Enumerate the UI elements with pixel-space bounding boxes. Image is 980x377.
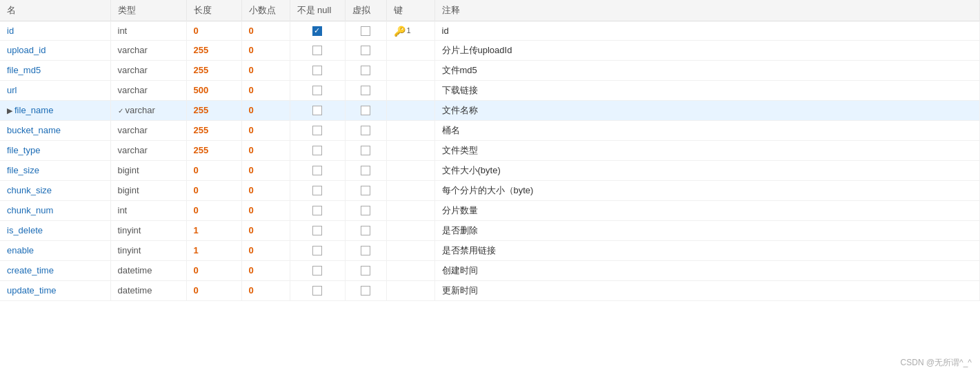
field-notnull-cell[interactable] bbox=[290, 80, 345, 100]
field-virtual-cell[interactable] bbox=[345, 240, 386, 260]
notnull-checkbox[interactable] bbox=[312, 226, 322, 235]
field-length-cell[interactable]: 1 bbox=[186, 240, 241, 260]
notnull-checkbox[interactable] bbox=[312, 166, 322, 175]
field-virtual-cell[interactable] bbox=[345, 100, 386, 120]
virtual-checkbox[interactable] bbox=[361, 26, 370, 36]
field-name-cell[interactable]: file_size bbox=[0, 160, 110, 180]
field-virtual-cell[interactable] bbox=[345, 140, 386, 160]
field-comment-cell[interactable]: 是否删除 bbox=[434, 220, 980, 240]
field-comment-cell[interactable]: 更新时间 bbox=[434, 280, 980, 300]
notnull-checkbox[interactable] bbox=[312, 26, 322, 36]
field-virtual-cell[interactable] bbox=[345, 180, 386, 200]
field-virtual-cell[interactable] bbox=[345, 60, 386, 80]
field-comment-cell[interactable]: 桶名 bbox=[434, 120, 980, 140]
field-virtual-cell[interactable] bbox=[345, 260, 386, 280]
field-comment-cell[interactable]: 分片上传uploadId bbox=[434, 40, 980, 60]
field-name-cell[interactable]: update_time bbox=[0, 280, 110, 300]
virtual-checkbox[interactable] bbox=[361, 206, 370, 215]
field-comment-cell[interactable]: 文件类型 bbox=[434, 140, 980, 160]
field-type-cell[interactable]: varchar bbox=[110, 40, 186, 60]
table-row[interactable]: chunk_sizebigint00每个分片的大小（byte) bbox=[0, 180, 980, 200]
notnull-checkbox[interactable] bbox=[312, 266, 322, 276]
field-length-cell[interactable]: 0 bbox=[186, 260, 241, 280]
virtual-checkbox[interactable] bbox=[361, 106, 370, 115]
notnull-checkbox[interactable] bbox=[312, 86, 322, 95]
field-name-cell[interactable]: ▶file_name bbox=[0, 100, 110, 120]
field-decimal-cell[interactable]: 0 bbox=[241, 240, 290, 260]
field-name-cell[interactable]: url bbox=[0, 80, 110, 100]
virtual-checkbox[interactable] bbox=[361, 226, 370, 235]
field-decimal-cell[interactable]: 0 bbox=[241, 120, 290, 140]
field-decimal-cell[interactable]: 0 bbox=[241, 40, 290, 60]
field-length-cell[interactable]: 0 bbox=[186, 200, 241, 220]
table-row[interactable]: urlvarchar5000下载链接 bbox=[0, 80, 980, 100]
field-comment-cell[interactable]: 文件大小(byte) bbox=[434, 160, 980, 180]
table-row[interactable]: create_timedatetime00创建时间 bbox=[0, 260, 980, 280]
field-length-cell[interactable]: 255 bbox=[186, 100, 241, 120]
field-name-cell[interactable]: id bbox=[0, 21, 110, 41]
field-type-cell[interactable]: datetime bbox=[110, 280, 186, 300]
field-length-cell[interactable]: 255 bbox=[186, 40, 241, 60]
table-row[interactable]: is_deletetinyint10是否删除 bbox=[0, 220, 980, 240]
field-type-cell[interactable]: bigint bbox=[110, 180, 186, 200]
notnull-checkbox[interactable] bbox=[312, 286, 322, 296]
table-row[interactable]: bucket_namevarchar2550桶名 bbox=[0, 120, 980, 140]
virtual-checkbox[interactable] bbox=[361, 286, 370, 296]
field-comment-cell[interactable]: 下载链接 bbox=[434, 80, 980, 100]
field-notnull-cell[interactable] bbox=[290, 21, 345, 41]
field-notnull-cell[interactable] bbox=[290, 200, 345, 220]
field-notnull-cell[interactable] bbox=[290, 60, 345, 80]
notnull-checkbox[interactable] bbox=[312, 126, 322, 135]
field-decimal-cell[interactable]: 0 bbox=[241, 180, 290, 200]
field-name-cell[interactable]: file_type bbox=[0, 140, 110, 160]
table-row[interactable]: enabletinyint10是否禁用链接 bbox=[0, 240, 980, 260]
table-row[interactable]: upload_idvarchar2550分片上传uploadId bbox=[0, 40, 980, 60]
field-type-cell[interactable]: int bbox=[110, 21, 186, 41]
field-length-cell[interactable]: 0 bbox=[186, 160, 241, 180]
field-virtual-cell[interactable] bbox=[345, 160, 386, 180]
table-row[interactable]: file_md5varchar2550文件md5 bbox=[0, 60, 980, 80]
table-row[interactable]: file_typevarchar2550文件类型 bbox=[0, 140, 980, 160]
field-notnull-cell[interactable] bbox=[290, 160, 345, 180]
field-type-cell[interactable]: varchar bbox=[110, 140, 186, 160]
virtual-checkbox[interactable] bbox=[361, 146, 370, 155]
field-notnull-cell[interactable] bbox=[290, 260, 345, 280]
field-length-cell[interactable]: 255 bbox=[186, 60, 241, 80]
field-decimal-cell[interactable]: 0 bbox=[241, 140, 290, 160]
notnull-checkbox[interactable] bbox=[312, 146, 322, 155]
table-row[interactable]: chunk_numint00分片数量 bbox=[0, 200, 980, 220]
field-comment-cell[interactable]: 文件md5 bbox=[434, 60, 980, 80]
field-name-cell[interactable]: enable bbox=[0, 240, 110, 260]
field-length-cell[interactable]: 255 bbox=[186, 140, 241, 160]
field-comment-cell[interactable]: id bbox=[434, 21, 980, 41]
table-row[interactable]: ▶file_name✓ varchar2550文件名称 bbox=[0, 100, 980, 120]
field-virtual-cell[interactable] bbox=[345, 280, 386, 300]
field-comment-cell[interactable]: 分片数量 bbox=[434, 200, 980, 220]
field-decimal-cell[interactable]: 0 bbox=[241, 100, 290, 120]
table-row[interactable]: idint00🔑1id bbox=[0, 21, 980, 41]
field-length-cell[interactable]: 255 bbox=[186, 120, 241, 140]
field-decimal-cell[interactable]: 0 bbox=[241, 160, 290, 180]
field-notnull-cell[interactable] bbox=[290, 100, 345, 120]
field-type-cell[interactable]: datetime bbox=[110, 260, 186, 280]
field-name-cell[interactable]: chunk_num bbox=[0, 200, 110, 220]
field-type-cell[interactable]: bigint bbox=[110, 160, 186, 180]
notnull-checkbox[interactable] bbox=[312, 66, 322, 75]
field-type-cell[interactable]: varchar bbox=[110, 120, 186, 140]
field-virtual-cell[interactable] bbox=[345, 21, 386, 41]
field-notnull-cell[interactable] bbox=[290, 140, 345, 160]
field-type-cell[interactable]: tinyint bbox=[110, 240, 186, 260]
field-decimal-cell[interactable]: 0 bbox=[241, 280, 290, 300]
field-decimal-cell[interactable]: 0 bbox=[241, 220, 290, 240]
virtual-checkbox[interactable] bbox=[361, 126, 370, 135]
notnull-checkbox[interactable] bbox=[312, 246, 322, 255]
field-length-cell[interactable]: 0 bbox=[186, 21, 241, 41]
field-notnull-cell[interactable] bbox=[290, 120, 345, 140]
field-type-cell[interactable]: tinyint bbox=[110, 220, 186, 240]
field-length-cell[interactable]: 0 bbox=[186, 180, 241, 200]
field-name-cell[interactable]: chunk_size bbox=[0, 180, 110, 200]
virtual-checkbox[interactable] bbox=[361, 46, 370, 55]
field-comment-cell[interactable]: 是否禁用链接 bbox=[434, 240, 980, 260]
field-notnull-cell[interactable] bbox=[290, 280, 345, 300]
field-virtual-cell[interactable] bbox=[345, 120, 386, 140]
